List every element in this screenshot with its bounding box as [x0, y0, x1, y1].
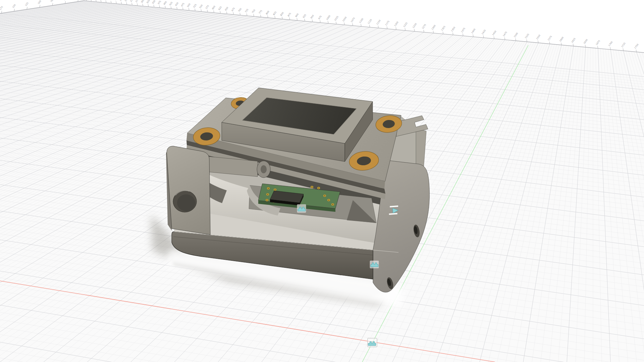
- cad-viewport[interactable]: 2550751001251501752002252502753003253503…: [0, 0, 644, 362]
- hinge-lug-bore: [261, 165, 267, 173]
- hinge-arm-hole-inner: [177, 194, 195, 211]
- hinge-arm[interactable]: [167, 146, 210, 235]
- joint-origin-marker[interactable]: [368, 338, 377, 347]
- 3d-scene[interactable]: 2550751001251501752002252502753003253503…: [0, 0, 644, 362]
- joint-origin-marker[interactable]: [297, 204, 306, 213]
- joint-origin-marker[interactable]: [370, 261, 379, 268]
